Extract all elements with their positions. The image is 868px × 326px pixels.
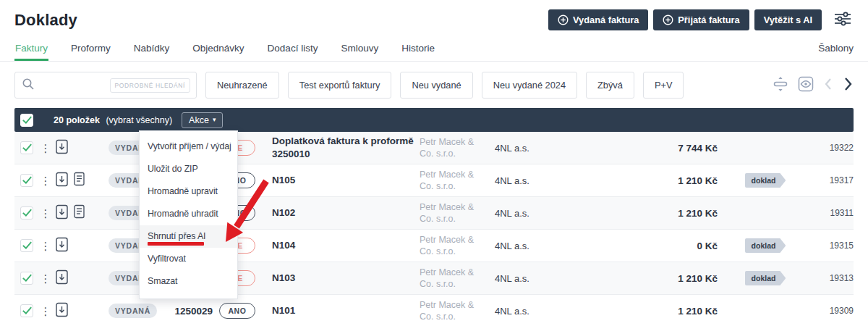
chevron-left-icon [823,78,833,93]
checkmark-icon [22,206,32,220]
plus-circle-icon [558,14,569,25]
tab[interactable]: Proformy [70,37,111,61]
invoice-name[interactable]: N105 [260,174,420,187]
company-name: 4NL a.s. [495,175,567,186]
checkmark-icon [22,174,32,187]
checkmark-icon [22,272,32,285]
download-invoice-icon[interactable] [55,302,69,320]
status-badge: VYDANÁ [109,304,157,318]
download-invoice-icon[interactable] [55,139,69,157]
header-action-button[interactable]: Vytěžit s AI [754,9,822,30]
invoice-name[interactable]: Doplatková faktura k proformě 3250010 [260,135,420,160]
row-menu-kebab-icon[interactable]: ⋮ [36,208,55,219]
invoice-name[interactable]: N103 [260,272,420,285]
annotation-underline [148,242,204,246]
tab[interactable]: Historie [401,37,435,61]
invoice-name[interactable]: N102 [260,206,420,220]
tab[interactable]: Dodací listy [267,37,319,61]
preview-toggle-button[interactable] [798,76,814,94]
row-id: 19313 [801,273,854,283]
tab[interactable]: Objednávky [192,37,244,61]
selection-bar: 20 položek (vybrat všechny) Akce ▾ [14,108,854,132]
quick-filter-button[interactable]: Neu vydané 2024 [482,72,577,99]
row-id: 19311 [801,208,854,218]
row-menu-kebab-icon[interactable]: ⋮ [36,143,55,154]
row-checkbox[interactable] [20,141,33,154]
header-action-button[interactable]: Vydaná faktura [548,9,648,30]
selection-count: 20 položek (vybrat všechny) [54,115,172,125]
client-name: Petr Macek & Co. s.r.o. [420,299,486,323]
menu-item[interactable]: Vytvořit příjem / výdaj [140,135,237,158]
row-checkbox[interactable] [20,304,33,317]
tab[interactable]: Smlouvy [340,37,379,61]
quick-filter-button[interactable]: Neuhrazené [205,72,279,99]
search-input[interactable] [39,80,106,91]
invoice-name[interactable]: N101 [260,304,420,317]
client-name: Petr Macek & Co. s.r.o. [420,234,486,258]
menu-item[interactable]: Uložit do ZIP [140,158,237,180]
row-menu-kebab-icon[interactable]: ⋮ [36,306,55,317]
menu-item[interactable]: Hromadně upravit [140,180,237,203]
header-action-button[interactable]: Přijatá faktura [653,9,749,30]
quick-filter-button[interactable]: Neu vydané [400,72,472,99]
row-checkbox[interactable] [20,206,33,220]
menu-item[interactable]: Smazat [140,270,237,293]
caret-down-icon: ▾ [213,117,216,123]
menu-item[interactable]: Hromadně uhradit [140,203,237,225]
templates-link[interactable]: Šablony [818,37,854,61]
row-height-adjust-icon [773,76,788,94]
row-menu-kebab-icon[interactable]: ⋮ [36,241,55,251]
quick-filter-button[interactable]: Zbývá [586,72,634,99]
chevron-right-icon [843,77,854,93]
invoice-amount: 1 210 Kč [567,306,729,317]
actions-button-label: Akce [189,115,209,125]
filter-toolbar: PODROBNÉ HLEDÁNÍ NeuhrazenéTest exportů … [0,72,868,99]
company-name: 4NL a.s. [495,306,567,317]
download-invoice-icon[interactable] [55,172,69,190]
doklad-tag: doklad [745,238,786,253]
header-action-label: Vydaná faktura [573,14,639,25]
company-name: 4NL a.s. [495,208,567,219]
invoice-amount: 0 Kč [567,241,729,251]
tab[interactable]: Nabídky [133,37,171,61]
plus-circle-icon [663,14,673,25]
quick-filter-button[interactable]: P+V [643,72,684,99]
select-all-checkbox[interactable] [20,114,33,127]
download-invoice-icon[interactable] [55,269,69,288]
page-title: Doklady [14,11,77,30]
display-settings-button[interactable] [832,9,854,30]
search-box: PODROBNÉ HLEDÁNÍ [14,72,197,99]
document-copy-icon[interactable] [73,172,85,189]
row-checkbox[interactable] [20,174,33,187]
row-height-button[interactable] [773,76,788,94]
table-row: ⋮ VYDANÁ 1250029 ANO N101 Petr Macek & C… [14,295,854,326]
checkmark-icon [22,141,32,154]
page-header: Doklady Vydaná faktura Přijatá faktura V… [0,0,868,30]
download-invoice-icon[interactable] [55,204,69,222]
search-icon [22,78,35,93]
row-menu-kebab-icon[interactable]: ⋮ [36,175,55,186]
quick-filters: NeuhrazenéTest exportů fakturyNeu vydané… [205,72,684,99]
select-all-label[interactable]: (vybrat všechny) [106,115,172,125]
company-name: 4NL a.s. [495,273,567,284]
checkmark-icon [22,304,32,317]
advanced-search-button[interactable]: PODROBNÉ HLEDÁNÍ [110,78,190,93]
menu-item[interactable]: Vyfiltrovat [140,248,237,270]
invoice-amount: 1 210 Kč [567,273,729,284]
row-checkbox[interactable] [20,272,33,285]
row-menu-kebab-icon[interactable]: ⋮ [36,273,55,284]
next-page-button[interactable] [843,77,854,93]
tab[interactable]: Faktury [14,37,48,61]
row-checkbox[interactable] [20,239,33,252]
quick-filter-button[interactable]: Test exportů faktury [288,72,392,99]
invoice-amount: 1 210 Kč [567,175,729,186]
actions-dropdown-button[interactable]: Akce ▾ [182,112,223,128]
client-name: Petr Macek & Co. s.r.o. [420,136,486,160]
doklad-tag: doklad [745,271,786,285]
menu-item[interactable]: Shrnutí přes AI [140,225,237,248]
prev-page-button[interactable] [823,78,833,93]
row-id: 19309 [801,306,854,316]
download-invoice-icon[interactable] [55,237,69,255]
document-copy-icon[interactable] [73,204,85,222]
invoice-name[interactable]: N104 [260,239,420,252]
